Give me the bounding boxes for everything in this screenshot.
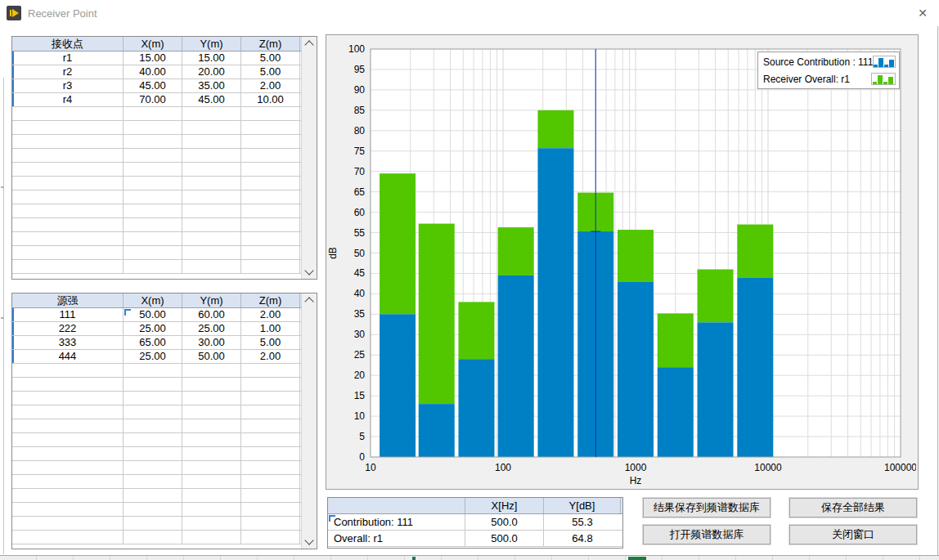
table-cell[interactable] [182,190,241,204]
table-cell[interactable] [12,204,124,217]
table-cell[interactable] [241,190,300,204]
table-cell[interactable] [124,503,182,516]
result-cell[interactable]: Contribution: 111 [328,514,465,530]
table-cell[interactable] [12,433,124,446]
table-cell[interactable] [12,392,124,405]
table-cell[interactable] [124,121,182,134]
receiver-table-scrollbar[interactable] [301,37,317,279]
table-cell[interactable] [12,190,124,204]
table-cell[interactable] [241,107,300,120]
table-cell[interactable]: 50.00 [124,308,182,321]
table-cell[interactable] [12,218,124,231]
table-cell[interactable]: 10.00 [241,93,300,106]
table-cell[interactable] [241,405,300,419]
table-cell[interactable] [12,419,124,432]
table-cell[interactable] [124,433,182,446]
table-cell[interactable] [124,378,182,391]
table-cell[interactable] [12,260,124,273]
table-cell[interactable] [182,218,241,231]
result-cell[interactable]: 64.8 [544,531,621,546]
table-cell[interactable] [124,475,182,488]
table-cell[interactable] [241,392,300,405]
table-cell[interactable] [182,461,241,474]
table-cell[interactable] [124,218,182,231]
table-cell[interactable] [12,475,124,488]
result-cell[interactable]: 500.0 [465,514,544,530]
table-cell[interactable] [12,121,124,134]
table-cell[interactable] [124,419,182,432]
table-cell[interactable] [182,433,241,446]
table-cell[interactable] [241,364,300,377]
table-cell[interactable]: 25.00 [182,322,241,335]
spectrum-chart-plot[interactable]: 0510152025303540455055606570758085909510… [326,35,916,487]
table-cell[interactable]: 2.00 [241,79,300,92]
table-cell[interactable] [241,177,300,190]
table-cell[interactable] [12,461,124,474]
table-cell[interactable]: 50.00 [182,350,241,363]
table-cell[interactable]: 15.00 [124,52,182,65]
table-cell[interactable] [124,392,182,405]
table-cell[interactable] [12,531,124,544]
table-cell[interactable] [241,378,300,391]
table-cell[interactable]: 45.00 [124,79,182,92]
table-cell[interactable] [241,433,300,446]
table-cell[interactable] [12,232,124,245]
table-cell[interactable] [12,489,124,502]
table-cell[interactable] [12,135,124,148]
table-cell[interactable] [182,177,241,190]
table-cell[interactable] [182,135,241,148]
table-cell[interactable] [12,177,124,190]
table-cell[interactable] [12,517,124,530]
table-cell[interactable] [12,378,124,391]
table-cell[interactable] [12,364,124,377]
result-cell[interactable]: 55.3 [544,514,621,530]
table-cell[interactable] [124,190,182,204]
table-cell[interactable]: 40.00 [124,65,182,78]
table-cell[interactable] [124,232,182,245]
table-cell[interactable]: 5.00 [241,336,300,349]
table-cell[interactable] [182,447,241,460]
result-cell[interactable]: Overall: r1 [328,531,465,546]
table-cell[interactable] [182,246,241,259]
table-cell[interactable] [241,531,300,544]
table-cell[interactable]: 20.00 [182,65,241,78]
table-cell[interactable]: 65.00 [124,336,182,349]
scroll-down-icon[interactable] [304,535,313,544]
table-cell[interactable]: 5.00 [241,52,300,65]
table-cell[interactable] [241,135,300,148]
table-cell[interactable]: 1.00 [241,322,300,335]
table-cell[interactable]: 2.00 [241,308,300,321]
table-cell[interactable] [124,531,182,544]
table-cell[interactable]: 222 [12,322,124,335]
table-cell[interactable] [182,260,241,273]
table-cell[interactable] [124,447,182,460]
table-cell[interactable]: 30.00 [182,336,241,349]
scroll-up-icon[interactable] [304,40,313,49]
table-cell[interactable] [124,405,182,419]
table-cell[interactable]: r4 [12,93,124,106]
table-cell[interactable]: r3 [12,79,124,92]
table-cell[interactable] [182,149,241,162]
table-cell[interactable] [241,260,300,273]
table-cell[interactable] [241,218,300,231]
table-cell[interactable] [182,531,241,544]
table-cell[interactable] [124,107,182,120]
scroll-up-icon[interactable] [304,297,313,306]
table-cell[interactable] [182,392,241,405]
table-cell[interactable] [241,419,300,432]
table-cell[interactable] [241,503,300,516]
table-cell[interactable] [182,364,241,377]
table-cell[interactable] [182,419,241,432]
result-cell[interactable]: 500.0 [465,531,544,546]
table-cell[interactable] [12,246,124,259]
table-cell[interactable] [124,489,182,502]
table-cell[interactable] [12,503,124,516]
table-cell[interactable] [124,364,182,377]
table-cell[interactable] [124,517,182,530]
table-cell[interactable] [182,405,241,419]
table-cell[interactable] [182,517,241,530]
table-cell[interactable] [241,517,300,530]
table-cell[interactable]: 35.00 [182,79,241,92]
table-cell[interactable]: 25.00 [124,350,182,363]
table-cell[interactable] [182,107,241,120]
